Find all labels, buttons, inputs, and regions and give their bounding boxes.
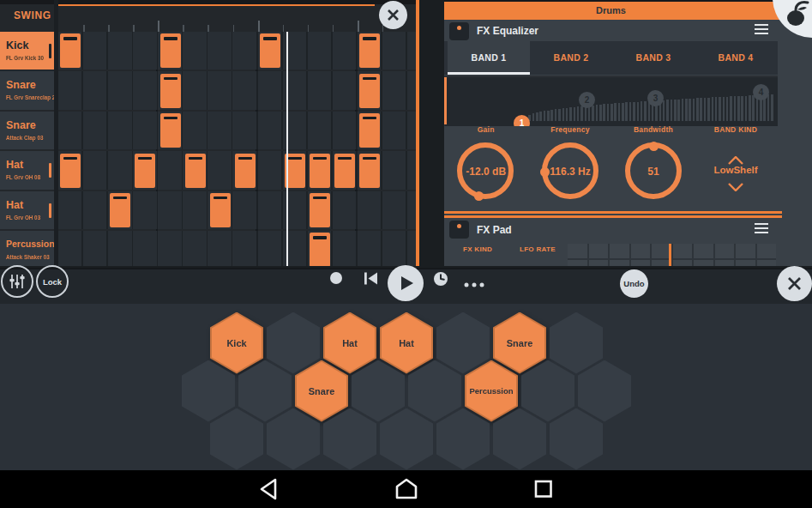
track-label[interactable]: SnareFL Grv Snareclap 24 [0,71,54,109]
lock-button[interactable]: Lock [36,265,69,298]
eq-enable-toggle[interactable] [449,22,469,40]
ruler-tick [133,25,135,32]
close-pads-button[interactable] [777,266,812,301]
step-cell-active[interactable] [210,193,231,227]
band-marker-2[interactable]: 2 [579,92,595,108]
panel-expand-arrow-icon[interactable] [418,112,419,136]
fxpad-cell[interactable] [631,260,651,266]
drum-pad-empty[interactable] [210,408,263,470]
fxpad-cell[interactable] [568,244,587,258]
track-label[interactable]: HatFL Grv OH 03 [0,191,54,229]
step-cell-active[interactable] [359,33,380,68]
mixer-button[interactable] [1,265,33,298]
fxpad-cell[interactable] [694,244,713,258]
fxpad-cell[interactable] [736,260,755,266]
fxpad-cell[interactable] [715,260,735,266]
fxpad-cell[interactable] [673,260,693,266]
step-cell-active[interactable] [310,154,330,188]
fxpad-cell[interactable] [610,260,629,266]
step-cell-active[interactable] [310,233,330,266]
clock-icon [433,271,448,287]
close-sequencer-button[interactable] [379,1,407,29]
step-cell-active[interactable] [359,74,380,108]
bandkind-down-chevron[interactable] [728,179,743,195]
fxpad-cell[interactable] [610,244,629,258]
track-label[interactable]: HatFL Grv OH 08 [0,151,54,189]
drum-pad-snare[interactable]: Snare [295,360,348,422]
step-cell-active[interactable] [185,154,206,188]
step-row[interactable] [58,32,416,70]
step-row[interactable] [58,191,416,229]
step-row[interactable] [58,231,416,266]
band-marker-1[interactable]: 1 [514,115,530,127]
drum-pad-kick[interactable]: Kick [210,312,263,374]
nav-home-button[interactable] [394,477,419,504]
drum-pad-empty[interactable] [578,360,631,422]
fxpad-enable-toggle[interactable] [449,221,469,239]
step-cell-active[interactable] [60,154,81,188]
eq-graph[interactable]: 1234 [444,76,778,126]
nav-back-button[interactable] [258,477,279,505]
step-cell-active[interactable] [235,154,256,188]
fxpad-cell[interactable] [715,244,735,258]
bandkind-value[interactable]: LowShelf [689,165,783,175]
fxpad-cell[interactable] [736,244,755,258]
step-cell-active[interactable] [160,74,181,108]
track-label[interactable]: KickFL Grv Kick 30 [0,32,54,70]
step-cell-active[interactable] [334,154,355,188]
step-row[interactable] [58,112,416,149]
eq-menu-icon[interactable] [755,24,768,37]
track-preset: FL Grv OH 08 [6,174,40,180]
track-label[interactable]: SnareAttack Clap 03 [0,112,54,149]
band-marker-3[interactable]: 3 [647,90,664,106]
ruler-tick [358,21,359,32]
fxpad-cell[interactable] [694,260,713,266]
drum-pad-hat[interactable]: Hat [380,312,433,374]
step-cell-active[interactable] [160,113,181,148]
eq-tab-band3[interactable]: BAND 3 [612,41,695,75]
record-button[interactable] [330,272,342,284]
step-cell-active[interactable] [359,154,380,188]
control-button[interactable] [464,275,486,291]
fxpad-step-grid[interactable] [568,244,776,266]
fxpad-cell[interactable] [568,260,587,266]
track-label[interactable]: PercussionAttack Shaker 03 [0,231,54,266]
step-cell-active[interactable] [260,33,280,68]
drum-pad-percussion[interactable]: Percussion [465,360,518,422]
tempo-button[interactable] [433,271,448,290]
eq-tab-band1[interactable]: BAND 1 [448,41,530,75]
spectrum-bar [585,106,587,121]
step-velocity-notch [63,37,77,39]
eq-tab-band4[interactable]: BAND 4 [695,41,777,75]
step-grid[interactable] [58,32,416,266]
step-cell-active[interactable] [110,193,130,227]
fxpad-cell[interactable] [757,260,777,266]
play-button[interactable] [388,265,424,301]
nav-recents-button[interactable] [533,479,554,503]
eq-tab-band2[interactable]: BAND 2 [530,41,612,75]
knob-value: 51 [606,166,701,178]
band-marker-4[interactable]: 4 [753,84,769,100]
fxpad-menu-icon[interactable] [755,223,768,236]
undo-button[interactable]: Undo [620,269,648,298]
drum-pad-empty[interactable] [550,312,603,374]
step-row[interactable] [58,71,416,109]
playhead [286,32,288,266]
channel-selector-bar[interactable]: Drums [444,0,812,20]
step-cell-active[interactable] [135,154,155,188]
step-velocity-notch [164,37,177,39]
step-cell-active[interactable] [359,113,380,148]
drum-pad-empty[interactable] [550,408,603,470]
step-row[interactable] [58,151,416,189]
fxpad-cell[interactable] [589,260,609,266]
step-cell-active[interactable] [160,33,181,68]
step-cell-active[interactable] [60,33,81,68]
pad-label: Hat [399,338,414,348]
fxpad-cell[interactable] [673,244,693,258]
drum-pad-empty[interactable] [380,408,433,470]
step-cell-active[interactable] [310,193,330,227]
fxpad-cell[interactable] [589,244,609,258]
fxpad-cell[interactable] [757,244,777,258]
fxpad-cell[interactable] [631,244,651,258]
rewind-button[interactable] [364,272,378,288]
